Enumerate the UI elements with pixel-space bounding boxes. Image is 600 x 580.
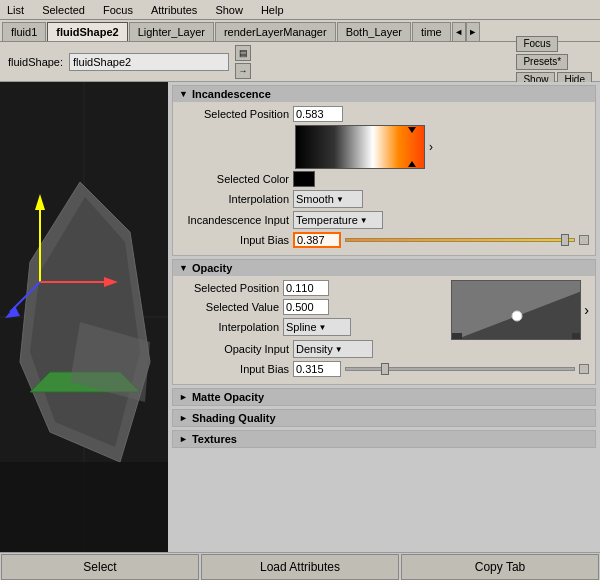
top-panel: fluidShape: ▤ → Focus Presets* Show Hide: [0, 42, 600, 82]
svg-rect-17: [452, 333, 462, 340]
inc-selected-color-label: Selected Color: [179, 173, 289, 185]
menu-help[interactable]: Help: [258, 3, 287, 17]
copy-tab-button[interactable]: Copy Tab: [401, 554, 599, 580]
matte-opacity-arrow: ►: [179, 392, 188, 402]
fluid-shape-input[interactable]: [69, 53, 229, 71]
inc-bias-slider[interactable]: [345, 235, 589, 245]
shading-quality-section: ► Shading Quality: [172, 409, 596, 427]
opacity-arrow: ▼: [179, 263, 188, 273]
inc-selected-position-input[interactable]: [293, 106, 343, 122]
inc-color-swatch[interactable]: [293, 171, 315, 187]
inc-bias-label: Input Bias: [179, 234, 289, 246]
svg-rect-18: [572, 333, 581, 340]
shading-quality-title: Shading Quality: [192, 412, 276, 424]
shading-quality-header[interactable]: ► Shading Quality: [173, 410, 595, 426]
inc-selected-position-label: Selected Position: [179, 108, 289, 120]
inc-interpolation-dropdown[interactable]: Smooth ▼: [293, 190, 363, 208]
inc-input-label: Incandescence Input: [179, 214, 289, 226]
opacity-top-row: Selected Position Selected Value Interpo…: [179, 280, 589, 340]
incandescence-header[interactable]: ▼ Incandescence: [173, 86, 595, 102]
opacity-bias-input[interactable]: [293, 361, 341, 377]
opacity-bias-row: Input Bias: [179, 361, 589, 377]
inc-gradient-box[interactable]: [295, 125, 425, 169]
opacity-input-arrow: ▼: [335, 345, 343, 354]
select-button[interactable]: Select: [1, 554, 199, 580]
main-area: ▼ Incandescence Selected Position: [0, 82, 600, 552]
tab-lighter-layer[interactable]: Lighter_Layer: [129, 22, 214, 42]
viewport: [0, 82, 168, 552]
inc-gradient-arrow[interactable]: ›: [429, 140, 433, 154]
svg-point-16: [512, 311, 522, 321]
inc-marker-top: [408, 127, 416, 133]
inc-interpolation-label: Interpolation: [179, 193, 289, 205]
focus-button[interactable]: Focus: [516, 36, 557, 52]
opacity-input-label: Opacity Input: [179, 343, 289, 355]
fluid-shape-label: fluidShape:: [8, 56, 63, 68]
incandescence-title: Incandescence: [192, 88, 271, 100]
inc-bias-mini-btn[interactable]: [579, 235, 589, 245]
top-buttons: Focus Presets* Show Hide: [516, 36, 592, 88]
presets-button[interactable]: Presets*: [516, 54, 568, 70]
opacity-title: Opacity: [192, 262, 232, 274]
menu-focus[interactable]: Focus: [100, 3, 136, 17]
menu-attributes[interactable]: Attributes: [148, 3, 200, 17]
opacity-bias-label: Input Bias: [179, 363, 289, 375]
inc-marker-bottom: [408, 161, 416, 167]
inc-bias-input[interactable]: [293, 232, 341, 248]
tab-bar: fluid1 fluidShape2 Lighter_Layer renderL…: [0, 20, 600, 42]
matte-opacity-section: ► Matte Opacity: [172, 388, 596, 406]
load-attributes-button[interactable]: Load Attributes: [201, 554, 399, 580]
incandescence-section: ▼ Incandescence Selected Position: [172, 85, 596, 256]
opacity-bias-slider[interactable]: [345, 364, 589, 374]
textures-section: ► Textures: [172, 430, 596, 448]
opacity-interp-row: Interpolation Spline ▼: [179, 318, 447, 336]
menu-list[interactable]: List: [4, 3, 27, 17]
opacity-graph-arrow[interactable]: ›: [584, 302, 589, 318]
opacity-interp-dropdown[interactable]: Spline ▼: [283, 318, 351, 336]
opacity-graph-svg: [451, 280, 581, 340]
inc-bias-row: Input Bias: [179, 232, 589, 248]
opacity-value-label: Selected Value: [179, 301, 279, 313]
tab-renderlayermanager[interactable]: renderLayerManager: [215, 22, 336, 42]
viewport-content: [0, 82, 168, 552]
menu-bar: List Selected Focus Attributes Show Help: [0, 0, 600, 20]
opacity-bias-mini-btn[interactable]: [579, 364, 589, 374]
inc-input-arrow: ▼: [360, 216, 368, 225]
opacity-left-col: Selected Position Selected Value Interpo…: [179, 280, 447, 340]
inc-input-value: Temperature: [296, 214, 358, 226]
tab-fluid1[interactable]: fluid1: [2, 22, 46, 42]
inc-input-dropdown[interactable]: Temperature ▼: [293, 211, 383, 229]
fluid-shape-row: fluidShape: ▤ →: [8, 45, 251, 79]
opacity-value-row: Selected Value: [179, 299, 447, 315]
opacity-position-row: Selected Position: [179, 280, 447, 296]
opacity-body: Selected Position Selected Value Interpo…: [173, 276, 595, 384]
tab-scroll-left[interactable]: ◄: [452, 22, 466, 42]
inc-gradient-row: ›: [179, 125, 589, 169]
opacity-interp-label: Interpolation: [179, 321, 279, 333]
opacity-position-input[interactable]: [283, 280, 329, 296]
fluid-shape-icon-1[interactable]: ▤: [235, 45, 251, 61]
menu-show[interactable]: Show: [212, 3, 246, 17]
tab-time[interactable]: time: [412, 22, 451, 42]
shading-quality-arrow: ►: [179, 413, 188, 423]
opacity-input-dropdown[interactable]: Density ▼: [293, 340, 373, 358]
inc-selected-position-row: Selected Position: [179, 106, 589, 122]
menu-selected[interactable]: Selected: [39, 3, 88, 17]
tab-both-layer[interactable]: Both_Layer: [337, 22, 411, 42]
opacity-input-row: Opacity Input Density ▼: [179, 340, 589, 358]
opacity-section: ▼ Opacity Selected Position Selected Val: [172, 259, 596, 385]
tab-scroll-right[interactable]: ►: [466, 22, 480, 42]
opacity-position-label: Selected Position: [179, 282, 279, 294]
inc-interpolation-row: Interpolation Smooth ▼: [179, 190, 589, 208]
viewport-svg: [0, 82, 168, 552]
opacity-header[interactable]: ▼ Opacity: [173, 260, 595, 276]
inc-bias-thumb[interactable]: [561, 234, 569, 246]
tab-fluidshape2[interactable]: fluidShape2: [47, 22, 127, 42]
opacity-value-input[interactable]: [283, 299, 329, 315]
inc-input-row: Incandescence Input Temperature ▼: [179, 211, 589, 229]
svg-rect-12: [0, 462, 168, 552]
opacity-bias-thumb[interactable]: [381, 363, 389, 375]
matte-opacity-header[interactable]: ► Matte Opacity: [173, 389, 595, 405]
fluid-shape-icon-2[interactable]: →: [235, 63, 251, 79]
textures-header[interactable]: ► Textures: [173, 431, 595, 447]
